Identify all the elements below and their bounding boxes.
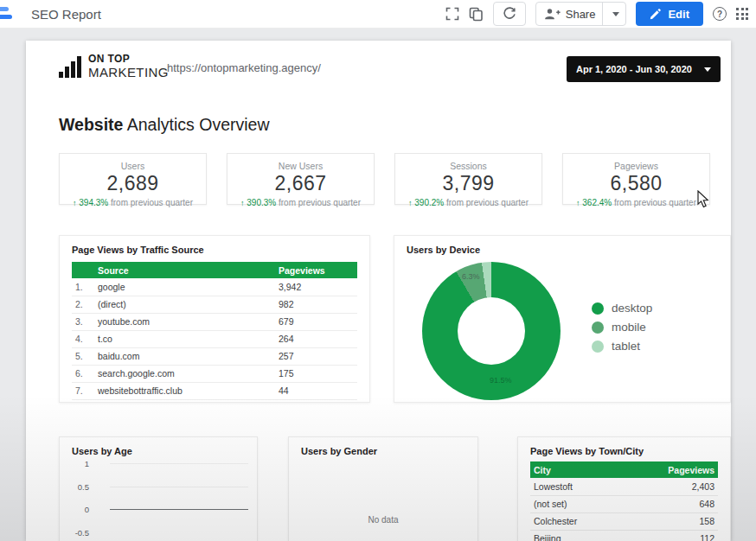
users-by-device-title: Users by Device	[407, 245, 718, 255]
date-range-selector[interactable]: Apr 1, 2020 - Jun 30, 2020	[567, 56, 721, 82]
table-header-row: Source Pageviews	[72, 262, 357, 278]
legend-item-tablet[interactable]: tablet	[592, 340, 652, 353]
logo-line1: ON TOP	[88, 53, 169, 65]
table-row: 4.t.co264	[72, 330, 357, 347]
mouse-cursor	[697, 190, 710, 208]
pencil-icon	[650, 9, 661, 20]
table-row: 7.websitebottraffic.club44	[72, 382, 357, 399]
scorecards-row: Users 2,689 ↑ 394.3% from previous quart…	[59, 153, 710, 205]
users-by-device-panel: Users by Device 6.3% 91.5% desktop mobil…	[394, 235, 731, 403]
users-by-gender-panel: Users by Gender No data	[288, 436, 478, 541]
table-row: 6.search.google.com175	[72, 365, 357, 382]
date-range-label: Apr 1, 2020 - Jun 30, 2020	[576, 64, 692, 74]
scorecard-users: Users 2,689 ↑ 394.3% from previous quart…	[59, 153, 207, 205]
legend-item-mobile[interactable]: mobile	[592, 321, 652, 334]
refresh-button[interactable]	[493, 2, 526, 26]
share-divider	[602, 3, 603, 25]
table-row: (not set)648	[530, 495, 718, 512]
no-data-message: No data	[289, 515, 477, 525]
copy-pages-icon[interactable]	[469, 7, 484, 22]
gridline	[110, 487, 248, 487]
traffic-source-panel: Page Views by Traffic Source Source Page…	[59, 235, 370, 403]
scorecard-sessions: Sessions 3,799 ↑ 390.2% from previous qu…	[394, 153, 542, 205]
apps-grid-icon[interactable]	[736, 8, 748, 20]
datastudio-logo-icon	[0, 4, 17, 23]
share-dropdown-caret[interactable]	[612, 12, 619, 16]
fullscreen-icon[interactable]	[445, 7, 459, 21]
edit-button[interactable]: Edit	[636, 2, 703, 26]
users-by-age-panel: Users by Age 1 0.5 0 -0.5	[59, 436, 258, 541]
share-label: Share	[566, 8, 596, 21]
donut-label-mobile: 6.3%	[462, 272, 480, 281]
y-axis-tick: 1	[60, 459, 89, 468]
table-row: Beijing112	[530, 530, 718, 541]
person-add-icon	[544, 7, 561, 21]
bar-chart-logo-icon	[59, 54, 81, 80]
city-pageviews-panel: Page Views by Town/City City Pageviews L…	[517, 436, 731, 541]
edit-label: Edit	[668, 8, 689, 21]
device-legend: desktop mobile tablet	[592, 302, 652, 353]
scorecard-pageviews: Pageviews 6,580 ↑ 362.4% from previous q…	[562, 153, 710, 205]
city-pageviews-table: City Pageviews Lowestoft2,403 (not set)6…	[530, 461, 718, 541]
table-row: 3.youtube.com679	[72, 313, 357, 330]
help-icon[interactable]: ?	[713, 7, 727, 21]
page-title: Website Analytics Overview	[59, 115, 269, 135]
up-arrow-icon: ↑	[576, 199, 580, 207]
legend-dot-mobile	[592, 321, 604, 334]
share-button[interactable]: Share	[535, 2, 627, 26]
legend-dot-desktop	[592, 302, 604, 315]
table-header-row: City Pageviews	[530, 461, 718, 478]
report-page: ON TOP MARKETING https://ontopmarketing.…	[26, 41, 731, 541]
city-pageviews-title: Page Views by Town/City	[530, 446, 718, 456]
legend-dot-tablet	[592, 341, 604, 353]
table-row: 1.google3,942	[72, 278, 357, 296]
y-axis-tick: 0.5	[60, 482, 89, 492]
logo-line2: MARKETING	[88, 65, 169, 80]
gridline	[110, 463, 248, 464]
donut-label-desktop: 91.5%	[490, 376, 512, 385]
legend-item-desktop[interactable]: desktop	[592, 302, 652, 315]
app-toolbar: SEO Report Share Edit ?	[0, 0, 756, 29]
up-arrow-icon: ↑	[408, 199, 413, 207]
table-row: Lowestoft2,403	[530, 478, 718, 495]
company-logo: ON TOP MARKETING	[59, 53, 169, 80]
zero-axis-line	[110, 509, 248, 510]
up-arrow-icon: ↑	[240, 199, 245, 207]
users-by-age-title: Users by Age	[72, 446, 245, 456]
date-range-caret	[704, 67, 711, 72]
traffic-source-title: Page Views by Traffic Source	[72, 245, 357, 255]
y-axis-tick: -0.5	[60, 528, 89, 538]
up-arrow-icon: ↑	[73, 199, 77, 207]
report-title: SEO Report	[31, 7, 101, 22]
table-row: Colchester158	[530, 512, 718, 530]
y-axis-tick: 0	[60, 505, 89, 514]
scorecard-new-users: New Users 2,667 ↑ 390.3% from previous q…	[227, 153, 375, 205]
site-url: https://ontopmarketing.agency/	[167, 61, 321, 74]
users-by-gender-title: Users by Gender	[301, 446, 465, 456]
table-row: 2.(direct)982	[72, 296, 357, 313]
traffic-source-table: Source Pageviews 1.google3,942 2.(direct…	[72, 262, 357, 400]
donut-hole	[458, 297, 525, 365]
table-row: 5.baidu.com257	[72, 347, 357, 365]
